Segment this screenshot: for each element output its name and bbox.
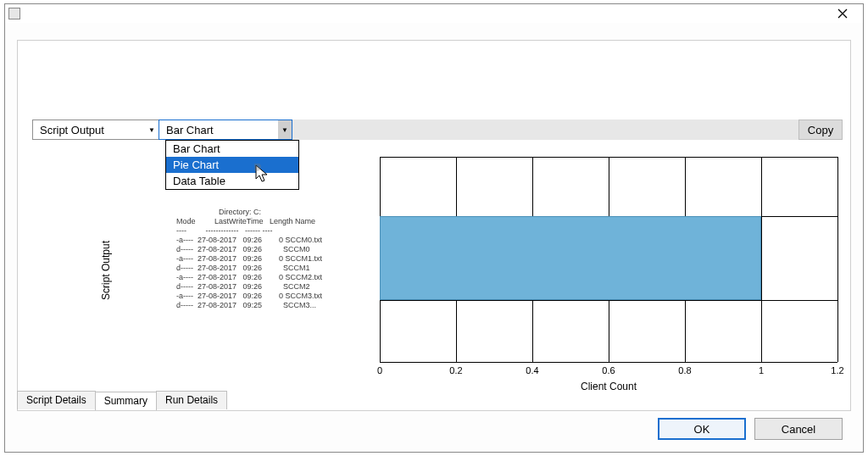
- x-tick-label: 0.6: [602, 365, 615, 375]
- chart-type-value: Bar Chart: [166, 124, 214, 136]
- x-tick-label: 1.2: [831, 365, 843, 375]
- chart-type-dropdown[interactable]: Bar Chart ▼: [159, 120, 292, 140]
- chart-bar: [380, 216, 761, 300]
- output-type-dropdown[interactable]: Script Output ▼: [32, 120, 159, 140]
- chart-plot: Client Count 00.20.40.60.811.2: [380, 157, 837, 362]
- chart-x-axis-label: Client Count: [581, 381, 637, 392]
- chart-type-dropdown-list[interactable]: Bar ChartPie ChartData Table: [165, 140, 299, 190]
- tab-run-details[interactable]: Run Details: [156, 391, 227, 409]
- tab-strip: Script DetailsSummaryRun Details: [17, 391, 226, 409]
- chevron-down-icon: ▼: [278, 120, 292, 139]
- x-tick-label: 0.2: [449, 365, 462, 375]
- close-button[interactable]: [826, 4, 860, 23]
- x-tick-label: 0: [377, 365, 382, 375]
- cancel-button[interactable]: Cancel: [754, 418, 843, 440]
- x-tick-label: 0.4: [526, 365, 538, 375]
- dialog-window: Script completed. Script Output ▼ Bar Ch…: [4, 3, 864, 453]
- chart-area: Script Output Directory: C: Mode LastWri…: [32, 148, 843, 392]
- close-icon: [837, 8, 848, 19]
- chart-type-option[interactable]: Data Table: [166, 173, 298, 189]
- tab-summary[interactable]: Summary: [95, 392, 157, 410]
- output-type-value: Script Output: [40, 124, 104, 136]
- titlebar: [5, 4, 863, 23]
- ok-button[interactable]: OK: [658, 418, 746, 440]
- app-icon: [8, 8, 20, 19]
- copy-button[interactable]: Copy: [798, 120, 843, 140]
- dialog-footer: OK Cancel: [658, 418, 843, 440]
- x-tick-label: 0.8: [678, 365, 691, 375]
- x-tick-label: 1: [759, 365, 764, 375]
- tab-script-details[interactable]: Script Details: [17, 391, 96, 409]
- chart-type-option[interactable]: Pie Chart: [166, 157, 298, 173]
- script-output-text: Directory: C: Mode LastWriteTime Length …: [176, 208, 371, 310]
- chevron-down-icon: ▼: [148, 126, 155, 134]
- chart-y-axis-label: Script Output: [100, 241, 112, 300]
- chart-type-option[interactable]: Bar Chart: [166, 141, 298, 157]
- chart-toolbar: Script Output ▼ Bar Chart ▼ Copy: [32, 120, 843, 140]
